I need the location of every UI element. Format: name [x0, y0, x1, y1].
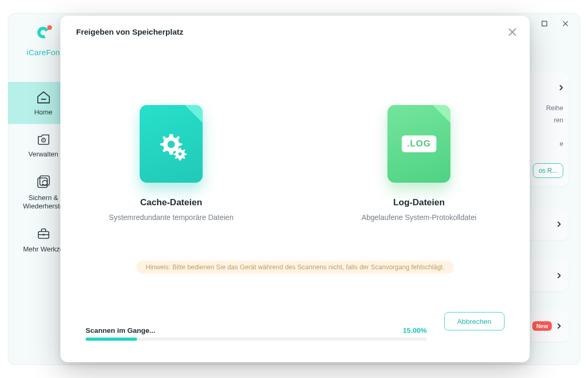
cache-files-card[interactable]: Cache-Dateien Systemredundante temporäre… — [92, 105, 250, 222]
app-logo — [34, 25, 53, 44]
scan-progress — [86, 338, 427, 341]
chevron-right-icon — [556, 323, 562, 329]
window-close-button[interactable] — [561, 19, 570, 28]
log-file-icon: .LOG — [387, 105, 450, 183]
modal-title: Freigeben von Speicherplatz — [76, 27, 183, 36]
free-space-modal: Freigeben von Speicherplatz — [60, 16, 530, 362]
chevron-right-icon — [556, 221, 562, 227]
chevron-right-icon — [556, 272, 562, 279]
card-subtitle: Abgelaufene System-Protokolldatei — [340, 213, 498, 222]
log-badge-text: .LOG — [402, 135, 436, 152]
scan-hint: Hinweis: Bitte bedienen Sie das Gerät wä… — [136, 260, 454, 274]
promo-panel: Reihe ren e os R... — [524, 72, 569, 186]
svg-point-15 — [167, 141, 175, 148]
modal-footer: Scannen im Gange... 15.00% Abbrechen — [86, 327, 505, 351]
tools-icon — [35, 226, 52, 241]
close-button[interactable] — [507, 26, 518, 38]
scan-categories: Cache-Dateien Systemredundante temporäre… — [60, 105, 530, 222]
promo-button[interactable]: os R... — [533, 163, 563, 178]
scan-progress-bar — [86, 338, 137, 341]
feature-row-2[interactable] — [523, 260, 569, 291]
cancel-button[interactable]: Abbrechen — [444, 312, 505, 331]
maximize-button[interactable] — [540, 19, 549, 28]
chevron-right-icon[interactable] — [558, 85, 564, 91]
log-files-card[interactable]: .LOG Log-Dateien Abgelaufene System-Prot… — [340, 105, 498, 222]
feature-row-3[interactable]: New — [523, 310, 569, 342]
home-icon — [36, 90, 51, 104]
feature-row-1[interactable] — [523, 208, 569, 240]
scan-percent: 15.00% — [403, 327, 427, 334]
svg-rect-1 — [542, 22, 547, 26]
card-title: Log-Dateien — [340, 197, 498, 208]
backup-icon — [35, 175, 52, 190]
card-title: Cache-Dateien — [92, 197, 250, 208]
scan-status-label: Scannen im Gange... — [86, 327, 155, 334]
new-badge: New — [532, 321, 552, 331]
promo-text-fragment: Reihe ren e — [530, 102, 563, 150]
svg-rect-12 — [43, 234, 44, 236]
cache-file-icon — [140, 105, 203, 183]
svg-point-16 — [178, 152, 182, 155]
card-subtitle: Systemredundante temporäre Dateien — [92, 213, 250, 222]
svg-point-7 — [43, 140, 44, 141]
manage-icon — [36, 132, 51, 146]
close-icon — [507, 26, 518, 38]
